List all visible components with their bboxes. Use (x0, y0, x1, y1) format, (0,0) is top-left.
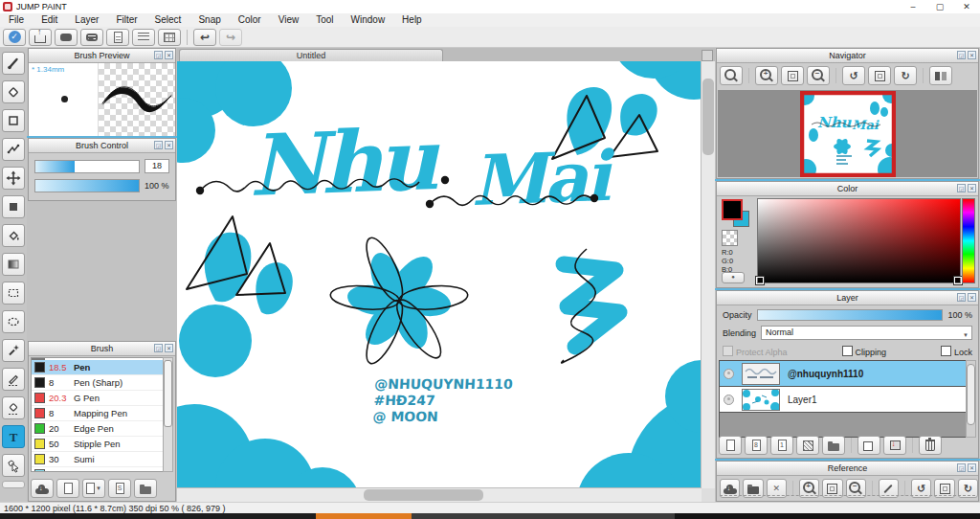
shape-tool[interactable] (2, 109, 25, 132)
brush-item[interactable]: 8Mapping Pen (32, 406, 163, 421)
reference-header[interactable]: Reference ◲✕ (717, 462, 978, 476)
popout-icon[interactable]: ◲ (957, 51, 966, 59)
visibility-toggle-icon[interactable] (724, 369, 734, 379)
blending-select[interactable]: Normal ▼ (761, 326, 972, 340)
fit-view-button[interactable] (781, 66, 804, 85)
polyline-tool[interactable] (2, 138, 25, 161)
panel-close-icon[interactable]: ✕ (165, 141, 173, 149)
popout-icon[interactable]: ◲ (957, 463, 966, 472)
color-options-button[interactable]: ● (722, 272, 745, 283)
cloud-paint-button[interactable]: ✓ (3, 29, 26, 46)
merge-layer-button[interactable] (883, 436, 906, 455)
menu-help[interactable]: Help (393, 13, 431, 27)
layer-header[interactable]: Layer ◲✕ (717, 291, 978, 305)
menu-file[interactable]: File (0, 13, 33, 27)
zoom-in-button[interactable]: + (755, 66, 778, 85)
select-pen-tool[interactable] (2, 368, 25, 391)
lasso-tool[interactable] (2, 310, 25, 333)
brush-item[interactable]: 30Sumi (32, 452, 163, 467)
menu-window[interactable]: Window (343, 13, 394, 27)
visibility-toggle-icon[interactable] (724, 395, 734, 405)
text-tool[interactable]: T (2, 425, 25, 448)
add-layer-folder-button[interactable] (822, 436, 845, 455)
brush-item[interactable]: 15.9Watercolor (32, 467, 163, 472)
fill-tool[interactable] (2, 195, 25, 218)
transparent-color-swatch[interactable] (722, 230, 738, 246)
brush-item[interactable]: 20.3G Pen (32, 391, 163, 406)
move-tool[interactable] (2, 167, 25, 190)
brush-panel-header[interactable]: Brush ◲✕ (29, 342, 175, 356)
canvas-vertical-scrollbar[interactable] (701, 61, 715, 488)
add-8bit-layer-button[interactable]: 8 (745, 436, 768, 455)
layer-opacity-slider[interactable] (757, 309, 944, 321)
clipping-checkbox[interactable]: Clipping (842, 346, 887, 357)
save-brush-button[interactable]: ▼ (82, 479, 105, 498)
layer-list-scrollbar[interactable] (966, 360, 976, 438)
panel-close-icon[interactable]: ✕ (165, 344, 173, 352)
brush-item[interactable]: 20Edge Pen (32, 421, 163, 437)
popout-icon[interactable]: ◲ (957, 293, 966, 302)
select-eraser-tool[interactable] (2, 396, 25, 419)
material-palette-button[interactable] (158, 29, 181, 46)
zoom-out-button[interactable]: − (807, 66, 830, 85)
brush-item[interactable]: 8Pen (Sharp) (32, 375, 163, 391)
foreground-color-swatch[interactable] (722, 199, 743, 220)
menu-edit[interactable]: Edit (33, 13, 66, 27)
brush-folder-button[interactable] (134, 479, 157, 498)
brush-cloud-download-button[interactable] (31, 479, 54, 498)
popout-icon[interactable]: ◲ (154, 141, 163, 149)
menu-tool[interactable]: Tool (307, 13, 342, 27)
maximize-icon[interactable]: ▢ (926, 0, 953, 13)
brush-list-scrollbar[interactable] (163, 357, 173, 472)
gradient-tool[interactable] (2, 253, 25, 276)
panel-close-icon[interactable]: ✕ (968, 293, 976, 302)
popout-icon[interactable]: ◲ (957, 184, 966, 192)
brush-preview-header[interactable]: Brush Preview ◲✕ (29, 49, 175, 63)
select-tool[interactable] (2, 282, 25, 305)
panel-close-icon[interactable]: ✕ (968, 463, 976, 472)
chat-button[interactable] (80, 29, 103, 46)
bucket-tool[interactable] (2, 224, 25, 247)
document-tab[interactable]: Untitled (179, 49, 443, 61)
brush-control-header[interactable]: Brush Control ◲✕ (29, 139, 175, 153)
export-button[interactable] (29, 29, 52, 46)
minimize-icon[interactable]: – (900, 0, 926, 13)
undo-button[interactable]: ↩ (193, 29, 216, 46)
zoom-reset-button[interactable] (720, 66, 743, 85)
rotate-reset-button[interactable] (868, 66, 891, 85)
brush-opacity-slider[interactable] (34, 179, 140, 192)
add-1bit-layer-button[interactable]: 1 (770, 436, 793, 455)
popout-icon[interactable]: ◲ (154, 344, 163, 352)
duplicate-layer-button[interactable] (858, 436, 880, 455)
saturation-value-field[interactable] (757, 198, 961, 283)
canvas-horizontal-scrollbar[interactable] (177, 487, 702, 502)
lock-checkbox[interactable]: Lock (941, 346, 972, 357)
menu-filter[interactable]: Filter (107, 13, 145, 27)
navigator-thumbnail[interactable]: Nhu Mai (802, 93, 894, 175)
menu-snap[interactable]: Snap (189, 13, 229, 27)
material-list-button[interactable] (132, 29, 155, 46)
panel-close-icon[interactable]: ✕ (165, 51, 173, 59)
panel-close-icon[interactable]: ✕ (968, 184, 976, 192)
color-header[interactable]: Color ◲✕ (717, 182, 978, 196)
document-button[interactable] (106, 29, 129, 46)
rotate-cw-button[interactable]: ↻ (894, 66, 917, 85)
tab-bar-end-button[interactable] (702, 50, 713, 61)
brush-item[interactable]: 50Stipple Pen (32, 437, 163, 452)
sv-marker[interactable] (756, 277, 764, 284)
menu-layer[interactable]: Layer (66, 13, 107, 27)
add-layer-button[interactable] (719, 436, 742, 455)
drawing-canvas[interactable]: Nhu Mai (177, 61, 702, 488)
protect-alpha-checkbox[interactable]: Protect Alpha (723, 346, 788, 357)
rotate-ccw-button[interactable]: ↺ (842, 66, 865, 85)
redo-button[interactable]: ↪ (219, 29, 242, 46)
hue-bar[interactable] (962, 198, 975, 283)
add-halftone-layer-button[interactable] (796, 436, 819, 455)
layer-row[interactable]: Layer1 (720, 387, 966, 413)
close-icon[interactable]: ✕ (953, 0, 980, 13)
eraser-tool[interactable] (2, 80, 25, 103)
delete-layer-button[interactable] (919, 436, 942, 455)
brush-tool[interactable] (2, 52, 25, 75)
layer-row[interactable]: @nhuquynh1110 (720, 361, 966, 387)
script-brush-button[interactable]: S (108, 479, 131, 498)
